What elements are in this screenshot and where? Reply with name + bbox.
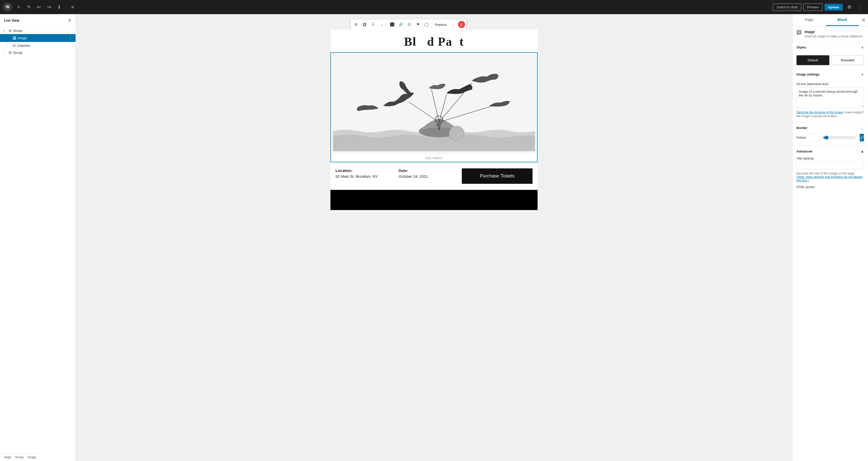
breadcrumb-sep: › (25, 456, 26, 459)
border-label: Border (797, 126, 807, 130)
list-view-button[interactable]: ≡ (68, 2, 77, 11)
page-title: Bl d Pa t (331, 30, 537, 52)
date-value: October 24, 2021 (399, 174, 462, 178)
wp-logo: W (3, 2, 12, 11)
update-button[interactable]: Update (825, 4, 843, 10)
image-block-icon: 🖼 (797, 30, 802, 36)
radius-input-wrap: px (808, 134, 819, 141)
styles-panel-header[interactable]: Styles ▲ (793, 42, 868, 52)
preview-button[interactable]: Preview (803, 3, 823, 11)
chevron-up-icon: ▲ (861, 150, 864, 153)
radius-row: Radius px 🔗 (793, 132, 868, 145)
advanced-panel: Advanced ▲ Title attribute Describe the … (793, 146, 868, 193)
breadcrumb-sep: › (12, 456, 13, 459)
tab-page[interactable]: Page (793, 14, 826, 26)
image-toolbar-icon[interactable]: 🖼 (361, 21, 369, 29)
image-caption[interactable]: Add caption (331, 154, 537, 162)
image-settings-panel: Image settings ▲ Alt text (alternative t… (793, 69, 868, 122)
copy-block-button[interactable]: ⧉ (352, 21, 360, 29)
html-anchor-label: HTML anchor (797, 185, 864, 189)
redo-button[interactable]: ↪ (44, 2, 54, 11)
location-label: Location: (336, 168, 399, 173)
breadcrumb-page[interactable]: Page (4, 456, 11, 459)
block-toolbar-wrap: ⧉ 🖼 ⠿ ⌄ ⬛ 🔗 ⊡ ⚑ ◯ Replace ⋮ 1 (331, 19, 537, 30)
date-label: Date: (399, 168, 462, 173)
left-sidebar: List View ✕ ▾ ⊞ Group 🖼 Image ⋮ › ⊟ Colu… (0, 14, 76, 461)
rs-block-details: Image Insert an image to make a visual s… (805, 30, 863, 39)
info-row: Location: 82 Main St. Brooklyn, NY Date:… (331, 162, 537, 190)
swan-illustration (333, 55, 535, 151)
tree-item-label: Group (13, 51, 72, 55)
link-button[interactable]: 🔗 (397, 21, 405, 29)
advanced-panel-header[interactable]: Advanced ▲ (793, 146, 868, 157)
chevron-right-icon: › (3, 51, 7, 54)
image-settings-body: Alt text (alternative text) Image of a w… (793, 79, 868, 122)
toolbar-separator (387, 22, 387, 28)
style-default-button[interactable]: Default (797, 55, 829, 65)
bookmark-button[interactable]: ⚑ (414, 21, 422, 29)
move-down-button[interactable]: ⌄ (378, 21, 386, 29)
block-toolbar: ⧉ 🖼 ⠿ ⌄ ⬛ 🔗 ⊡ ⚑ ◯ Replace ⋮ 1 (351, 19, 466, 30)
top-bar-right: Switch to draft Preview Update ⚙ ⋮ (773, 2, 865, 11)
undo-button[interactable]: ↩ (34, 2, 43, 11)
border-header: Border ⋮ (793, 122, 868, 132)
toolbar-separator (66, 4, 66, 10)
border-panel: Border ⋮ Radius px 🔗 (793, 122, 868, 146)
styles-panel-body: Default Rounded (793, 52, 868, 69)
replace-button[interactable]: Replace (433, 22, 449, 28)
chevron-up-icon: ▲ (861, 72, 864, 76)
close-right-sidebar-button[interactable]: ✕ (859, 14, 868, 26)
tree-item-image[interactable]: 🖼 Image ⋮ (0, 34, 75, 42)
columns-icon: ⊟ (12, 43, 16, 47)
chevron-down-icon: ▾ (3, 29, 7, 32)
main-layout: List View ✕ ▾ ⊞ Group 🖼 Image ⋮ › ⊟ Colu… (0, 0, 868, 461)
canvas-area: ⧉ 🖼 ⠿ ⌄ ⬛ 🔗 ⊡ ⚑ ◯ Replace ⋮ 1 Bl d Pa t (76, 14, 792, 461)
alt-text-label: Alt text (alternative text) (797, 82, 864, 86)
group-icon: ⊞ (8, 29, 11, 33)
style-rounded-button[interactable]: Rounded (831, 55, 864, 65)
more-block-options-button[interactable]: ⋮ (450, 21, 458, 29)
tree-item-columns[interactable]: › ⊟ Columns (0, 42, 75, 49)
more-options-button[interactable]: ⋮ (856, 2, 865, 11)
image-settings-header[interactable]: Image settings ▲ (793, 69, 868, 79)
breadcrumb-image: Image (28, 456, 36, 459)
tree-item-group1[interactable]: ▾ ⊞ Group (0, 27, 75, 34)
tab-block[interactable]: Block (826, 14, 859, 26)
radius-input[interactable] (808, 135, 819, 140)
info-button[interactable]: ℹ (55, 2, 64, 11)
sidebar-close-button[interactable]: ✕ (68, 18, 71, 23)
html-anchor-section: HTML anchor (793, 185, 868, 193)
styles-panel: Styles ▲ Default Rounded (793, 42, 868, 69)
sidebar-header: List View ✕ (0, 14, 75, 27)
border-options-button[interactable]: ⋮ (860, 125, 864, 131)
rs-block-desc: Insert an image to make a visual stateme… (805, 34, 863, 39)
title-hint-link[interactable]: (Note: many devices and browsers do not … (797, 175, 863, 182)
drag-handle[interactable]: ⠿ (369, 21, 377, 29)
crop-button[interactable]: ⊡ (405, 21, 413, 29)
group-icon: ⊞ (8, 51, 11, 55)
alt-text-input[interactable]: Image of a woman being carried through t… (797, 87, 864, 107)
alt-text-hints: Describe the purpose of the image Leave … (797, 110, 864, 118)
title-attr-section: Title attribute Describe the role of thi… (793, 157, 868, 185)
circle-button[interactable]: ◯ (423, 21, 431, 29)
radius-link-button[interactable]: 🔗 (860, 134, 864, 141)
add-button[interactable]: + (14, 2, 23, 11)
title-attr-input[interactable] (797, 162, 864, 169)
edit-button[interactable]: ✎ (24, 2, 33, 11)
describe-purpose-link[interactable]: Describe the purpose of the image (797, 110, 843, 114)
purchase-tickets-button[interactable]: Purchase Tickets (462, 168, 532, 184)
switch-to-draft-button[interactable]: Switch to draft (773, 3, 801, 11)
location-col: Location: 82 Main St. Brooklyn, NY (336, 168, 399, 178)
tree-item-group2[interactable]: › ⊞ Group (0, 49, 75, 56)
image-block[interactable]: Add caption (331, 52, 537, 162)
title-hint: Describe the role of this image on the p… (797, 172, 864, 182)
align-button[interactable]: ⬛ (388, 21, 396, 29)
breadcrumb: Page › Group › Image (0, 453, 40, 461)
radius-slider[interactable] (823, 136, 856, 140)
settings-button[interactable]: ⚙ (845, 2, 854, 11)
rs-block-info: 🖼 Image Insert an image to make a visual… (793, 26, 868, 42)
notification-badge: 1 (458, 21, 465, 28)
right-sidebar-tabs: Page Block ✕ (793, 14, 868, 26)
breadcrumb-group[interactable]: Group (15, 456, 24, 459)
radius-label: Radius (797, 136, 806, 139)
